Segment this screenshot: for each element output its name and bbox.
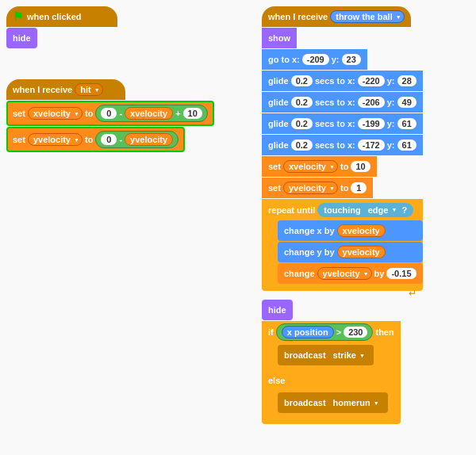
glide-block-2: glide 0.2 secs to x: -206 y: 49 — [262, 92, 423, 113]
yvelocity-change-dropdown[interactable]: yvelocity — [317, 267, 372, 280]
set-xvel-block: set xvelocity to 10 — [262, 156, 377, 177]
when-receive-label: when I receive — [13, 85, 72, 94]
throw-dropdown[interactable]: throw the ball — [330, 10, 405, 23]
hide-block: hide — [6, 28, 37, 48]
hide-block-right: hide — [262, 300, 293, 320]
flag-icon: ⚑ — [13, 10, 23, 24]
when-clicked-label: when clicked — [27, 12, 81, 21]
set-yvelocity-block: set yvelocity to 0 - yvelocity — [6, 127, 185, 152]
yvelocity-var-inner: yvelocity — [125, 133, 173, 146]
when-receive-hat: when I receive hit — [6, 79, 125, 100]
receive-dropdown[interactable]: hit — [75, 83, 102, 96]
change-x-block: change x by xvelocity — [278, 220, 423, 241]
yvelocity-dropdown-r[interactable]: yvelocity — [283, 182, 338, 194]
if-condition: x position > 230 — [276, 323, 374, 341]
op-block-xvelocity: 0 - xvelocity + 10 — [95, 105, 207, 122]
glide-block-1: glide 0.2 secs to x: -220 y: 28 — [262, 71, 423, 91]
xvelocity-var-inner: xvelocity — [125, 107, 173, 120]
strike-dropdown[interactable]: strike — [328, 350, 367, 361]
goto-block: go to x: -209 y: 23 — [262, 49, 367, 70]
set-xvelocity-block: set xvelocity to 0 - xvelocity + 10 — [6, 101, 214, 126]
xvelocity-var-changex: xvelocity — [337, 224, 386, 237]
hide-label: hide — [13, 33, 31, 43]
broadcast-homerun: broadcast homerun — [278, 392, 388, 413]
when-receive-throw-hat: when I receive throw the ball — [262, 6, 411, 27]
homerun-dropdown[interactable]: homerun — [328, 397, 382, 408]
set-yvel-block: set yvelocity to 1 — [262, 178, 373, 198]
glide-block-3: glide 0.2 secs to x: -199 y: 61 — [262, 113, 423, 134]
touching-condition: touching edge ? — [317, 203, 413, 217]
show-block: show — [262, 28, 297, 48]
xvelocity-dropdown-r[interactable]: xvelocity — [283, 160, 338, 173]
broadcast-strike: broadcast strike — [278, 345, 374, 365]
when-clicked-hat: ⚑ when clicked — [6, 6, 117, 27]
xvelocity-dropdown1[interactable]: xvelocity — [28, 107, 83, 120]
op-block-yvelocity: 0 - yvelocity — [95, 131, 178, 148]
change-yvel-block: change yvelocity by -0.15 — [278, 263, 423, 284]
glide-block-4: glide 0.2 secs to x: -172 y: 61 — [262, 135, 423, 155]
change-y-block: change y by yvelocity — [278, 242, 423, 262]
edge-dropdown[interactable]: edge — [363, 205, 400, 216]
yvelocity-dropdown1[interactable]: yvelocity — [28, 133, 83, 146]
if-else-block: if x position > 230 then broadcast — [262, 321, 401, 424]
repeat-until-block: repeat until touching edge ? change x by — [262, 199, 423, 299]
yvelocity-var-changey: yvelocity — [337, 246, 386, 258]
